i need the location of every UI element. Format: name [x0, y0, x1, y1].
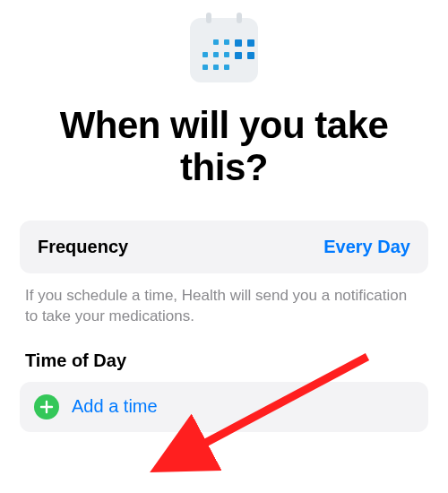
add-time-label: Add a time: [72, 396, 158, 417]
schedule-hint: If you schedule a time, Health will send…: [20, 273, 428, 350]
time-of-day-title: Time of Day: [20, 350, 428, 382]
add-time-button[interactable]: Add a time: [20, 382, 428, 432]
frequency-label: Frequency: [38, 237, 128, 257]
page-title: When will you take this?: [20, 104, 428, 188]
header-icon-wrap: [20, 18, 428, 82]
frequency-row[interactable]: Frequency Every Day: [20, 221, 428, 273]
calendar-icon: [190, 18, 258, 82]
frequency-value: Every Day: [323, 237, 410, 257]
plus-icon: [34, 394, 59, 419]
